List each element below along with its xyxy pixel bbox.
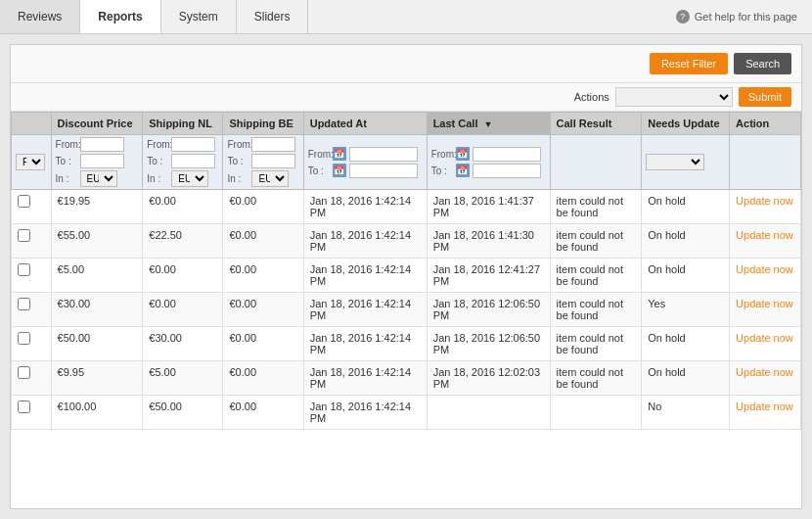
col-header-action[interactable]: Action [730,113,801,135]
calendar-to-icon[interactable]: 📅 [333,164,346,177]
row-checkbox[interactable] [18,263,30,276]
filter-sbe-in-label: In : [227,173,248,184]
search-button[interactable]: Search [734,53,791,74]
col-header-lastcall[interactable]: Last Call ▼ [427,113,550,135]
row-call_result: item could not be found [550,293,642,327]
row-last_call: Jan 18, 2016 12:02:03 PM [427,361,550,396]
submit-button[interactable]: Submit [739,87,791,107]
main-content: Reset Filter Search Actions Submit Disco… [10,44,802,509]
actions-select[interactable] [615,87,733,107]
row-checkbox-cell [12,259,52,293]
row-action-cell: Update now [730,190,801,224]
table-filter-row: R From: To : [12,135,801,190]
row-shipping_be: €0.00 [223,190,303,224]
table-row: €30.00€0.00€0.00Jan 18, 2016 1:42:14 PMJ… [12,293,801,327]
col-header-checkbox [12,113,52,135]
row-checkbox[interactable] [18,332,30,345]
filter-cell-shipping-be: From: To : In : EUR [223,135,303,190]
actions-label: Actions [574,91,609,103]
row-checkbox[interactable] [18,298,30,310]
row-discount_price: €9.95 [51,361,143,396]
filter-snl-from[interactable] [171,137,215,152]
row-discount_price: €19.95 [51,190,143,224]
filter-updated-from[interactable] [349,147,418,162]
row-checkbox[interactable] [18,229,30,242]
update-now-link[interactable]: Update now [736,263,793,275]
filter-lastcall-to[interactable] [473,164,541,178]
filter-cell-discount: From: To : In : EUR [51,135,143,190]
row-call_result [550,396,642,430]
tab-reports[interactable]: Reports [80,0,160,33]
row-discount_price: €55.00 [51,224,143,259]
calendar-lc-to-icon[interactable]: 📅 [456,164,470,177]
table-row: €55.00€22.50€0.00Jan 18, 2016 1:42:14 PM… [12,224,801,259]
row-shipping_be: €0.00 [223,293,303,327]
help-link[interactable]: ? Get help for this page [661,0,812,33]
row-checkbox-cell [12,327,52,361]
row-needs_update: On hold [642,224,730,259]
update-now-link[interactable]: Update now [736,298,793,309]
row-shipping_nl: €0.00 [143,293,223,327]
table-body: €19.95€0.00€0.00Jan 18, 2016 1:42:14 PMJ… [12,190,801,430]
row-needs_update: Yes [642,293,730,327]
col-header-callresult[interactable]: Call Result [550,113,642,135]
row-discount_price: €5.00 [51,259,143,293]
filter-lc-to-label: To : [431,165,453,176]
row-checkbox[interactable] [18,366,30,379]
filter-snl-currency[interactable]: EUR [171,170,208,187]
table-row: €19.95€0.00€0.00Jan 18, 2016 1:42:14 PMJ… [12,190,801,224]
row-call_result: item could not be found [550,190,642,224]
filter-snl-in-label: In : [147,173,168,184]
sort-direction-select[interactable]: R [16,154,45,170]
filter-updated-to[interactable] [349,164,418,178]
filter-sbe-to-label: To : [227,156,248,166]
update-now-link[interactable]: Update now [736,401,793,412]
col-header-shipping-be[interactable]: Shipping BE [223,113,303,135]
filter-cell-checkbox: R [12,135,52,190]
col-header-needs[interactable]: Needs Update [642,113,730,135]
row-updated_at: Jan 18, 2016 1:42:14 PM [303,361,427,396]
calendar-lc-from-icon[interactable]: 📅 [456,147,470,161]
top-navigation: Reviews Reports System Sliders ? Get hel… [0,0,812,34]
tab-reviews[interactable]: Reviews [0,0,80,33]
filter-lastcall-from[interactable] [473,147,541,162]
table-row: €9.95€5.00€0.00Jan 18, 2016 1:42:14 PMJa… [12,361,801,396]
tab-system[interactable]: System [161,0,237,33]
update-now-link[interactable]: Update now [736,332,793,344]
filter-cell-updated: From: 📅 To : 📅 [303,135,427,190]
row-action-cell: Update now [730,327,801,361]
row-call_result: item could not be found [550,224,642,259]
filter-discount-from[interactable] [80,137,124,152]
actions-row: Actions Submit [11,83,801,112]
row-shipping_be: €0.00 [223,224,303,259]
row-shipping_nl: €0.00 [143,190,223,224]
update-now-link[interactable]: Update now [736,229,793,241]
row-shipping_be: €0.00 [223,327,303,361]
row-last_call: Jan 18, 2016 12:41:27 PM [427,259,550,293]
update-now-link[interactable]: Update now [736,195,793,207]
reset-filter-button[interactable]: Reset Filter [650,53,728,74]
row-checkbox[interactable] [18,401,30,413]
filter-sbe-to[interactable] [251,154,295,168]
filter-snl-to[interactable] [171,154,215,168]
filter-to-label: To : [56,156,77,166]
update-now-link[interactable]: Update now [736,366,793,378]
filter-sbe-from[interactable] [251,137,295,152]
row-updated_at: Jan 18, 2016 1:42:14 PM [303,293,427,327]
filter-upd-from-label: From: [308,149,330,160]
row-call_result: item could not be found [550,361,642,396]
filter-needs-select[interactable] [646,154,704,170]
col-header-shipping-nl[interactable]: Shipping NL [143,113,223,135]
tab-sliders[interactable]: Sliders [237,0,309,33]
row-shipping_nl: €5.00 [143,361,223,396]
filter-sbe-currency[interactable]: EUR [251,170,289,187]
calendar-from-icon[interactable]: 📅 [333,147,346,161]
col-header-discount[interactable]: Discount Price [51,113,143,135]
row-last_call: Jan 18, 2016 12:06:50 PM [427,293,550,327]
col-header-updated[interactable]: Updated At [303,113,427,135]
filter-discount-currency[interactable]: EUR [80,170,117,187]
row-needs_update: No [642,396,730,430]
row-needs_update: On hold [642,361,730,396]
row-checkbox[interactable] [18,195,30,208]
filter-discount-to[interactable] [80,154,124,168]
